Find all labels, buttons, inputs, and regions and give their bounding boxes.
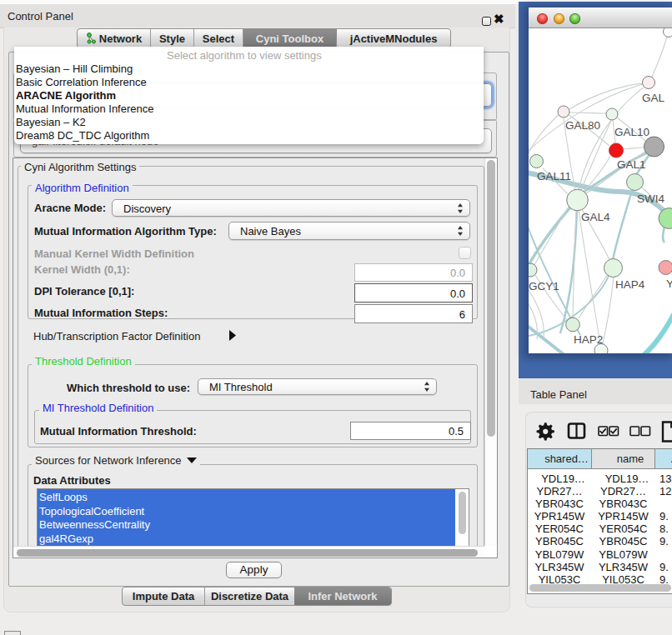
svg-text:Y: Y xyxy=(666,278,672,290)
svg-text:GAL4: GAL4 xyxy=(581,211,610,223)
svg-text:GAL11: GAL11 xyxy=(537,170,571,182)
svg-text:HAP4: HAP4 xyxy=(615,278,645,291)
svg-text:HAP2: HAP2 xyxy=(574,333,603,346)
svg-text:GAL10: GAL10 xyxy=(614,126,649,138)
svg-text:SWI4: SWI4 xyxy=(637,192,664,205)
svg-text:GCY1: GCY1 xyxy=(529,280,559,292)
svg-text:GAL80: GAL80 xyxy=(565,119,600,132)
svg-text:GAL1: GAL1 xyxy=(617,158,646,171)
svg-text:GAL: GAL xyxy=(642,92,665,104)
